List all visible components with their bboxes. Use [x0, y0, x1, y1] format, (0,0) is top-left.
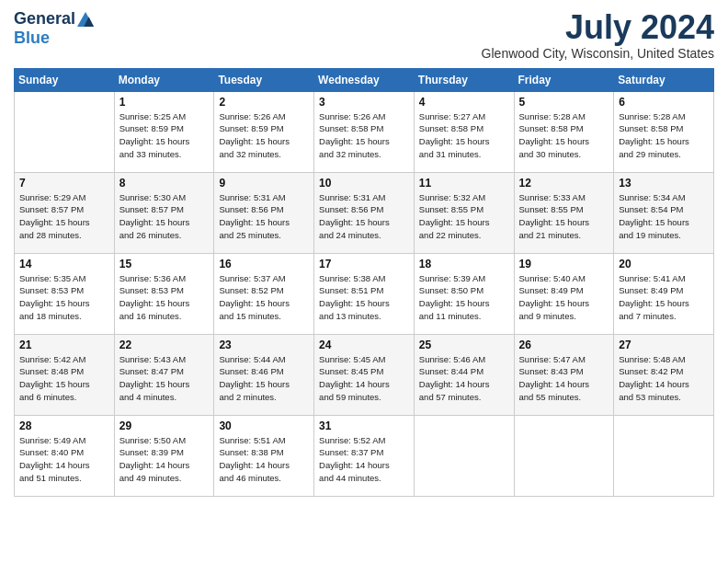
calendar-week-row: 1Sunrise: 5:25 AM Sunset: 8:59 PM Daylig…	[15, 91, 714, 172]
day-number: 24	[319, 339, 409, 351]
title-block: July 2024 Glenwood City, Wisconsin, Unit…	[482, 9, 714, 61]
day-info: Sunrise: 5:29 AM Sunset: 8:57 PM Dayligh…	[19, 191, 109, 242]
day-number: 25	[419, 339, 509, 351]
day-info: Sunrise: 5:39 AM Sunset: 8:50 PM Dayligh…	[419, 272, 509, 323]
month-title: July 2024	[482, 9, 714, 46]
day-number: 10	[319, 177, 409, 190]
day-number: 8	[119, 177, 210, 190]
day-info: Sunrise: 5:48 AM Sunset: 8:42 PM Dayligh…	[619, 353, 709, 404]
calendar-cell: 10Sunrise: 5:31 AM Sunset: 8:56 PM Dayli…	[314, 172, 415, 253]
calendar-cell	[614, 415, 714, 496]
day-number: 26	[519, 339, 609, 351]
calendar-cell: 24Sunrise: 5:45 AM Sunset: 8:45 PM Dayli…	[314, 334, 415, 415]
day-info: Sunrise: 5:34 AM Sunset: 8:54 PM Dayligh…	[619, 191, 709, 242]
logo-icon	[77, 11, 94, 28]
calendar-header-saturday: Saturday	[614, 68, 714, 91]
calendar-cell: 16Sunrise: 5:37 AM Sunset: 8:52 PM Dayli…	[214, 253, 314, 334]
calendar-cell: 29Sunrise: 5:50 AM Sunset: 8:39 PM Dayli…	[114, 415, 214, 496]
day-number: 9	[219, 177, 309, 190]
day-number: 17	[319, 258, 409, 270]
day-info: Sunrise: 5:27 AM Sunset: 8:58 PM Dayligh…	[419, 110, 509, 161]
day-number: 5	[519, 96, 609, 109]
day-info: Sunrise: 5:33 AM Sunset: 8:55 PM Dayligh…	[519, 191, 609, 242]
day-number: 22	[119, 339, 210, 351]
day-number: 16	[219, 258, 309, 270]
calendar-cell: 23Sunrise: 5:44 AM Sunset: 8:46 PM Dayli…	[214, 334, 314, 415]
calendar-cell: 3Sunrise: 5:26 AM Sunset: 8:58 PM Daylig…	[314, 91, 415, 172]
day-info: Sunrise: 5:37 AM Sunset: 8:52 PM Dayligh…	[219, 272, 309, 323]
day-info: Sunrise: 5:35 AM Sunset: 8:53 PM Dayligh…	[19, 272, 109, 323]
calendar-cell: 7Sunrise: 5:29 AM Sunset: 8:57 PM Daylig…	[15, 172, 115, 253]
calendar-cell: 25Sunrise: 5:46 AM Sunset: 8:44 PM Dayli…	[414, 334, 514, 415]
day-info: Sunrise: 5:52 AM Sunset: 8:37 PM Dayligh…	[319, 434, 409, 485]
day-number: 28	[19, 419, 109, 432]
calendar-cell: 22Sunrise: 5:43 AM Sunset: 8:47 PM Dayli…	[114, 334, 214, 415]
day-number: 18	[419, 258, 509, 270]
calendar-cell: 28Sunrise: 5:49 AM Sunset: 8:40 PM Dayli…	[15, 415, 115, 496]
calendar-cell: 8Sunrise: 5:30 AM Sunset: 8:57 PM Daylig…	[114, 172, 214, 253]
logo-blue: Blue	[14, 29, 50, 47]
day-number: 2	[219, 96, 309, 109]
day-number: 3	[319, 96, 409, 109]
logo-general: General	[14, 9, 75, 29]
day-number: 27	[619, 339, 709, 351]
calendar-header-thursday: Thursday	[414, 68, 514, 91]
day-number: 19	[519, 258, 609, 270]
page-header: General Blue July 2024 Glenwood City, Wi…	[14, 9, 714, 61]
day-info: Sunrise: 5:25 AM Sunset: 8:59 PM Dayligh…	[119, 110, 210, 161]
calendar-cell: 18Sunrise: 5:39 AM Sunset: 8:50 PM Dayli…	[414, 253, 514, 334]
calendar-cell	[514, 415, 614, 496]
calendar-cell: 1Sunrise: 5:25 AM Sunset: 8:59 PM Daylig…	[114, 91, 214, 172]
day-number: 4	[419, 96, 509, 109]
day-number: 23	[219, 339, 309, 351]
day-number: 21	[19, 339, 109, 351]
day-info: Sunrise: 5:40 AM Sunset: 8:49 PM Dayligh…	[519, 272, 609, 323]
calendar-cell: 11Sunrise: 5:32 AM Sunset: 8:55 PM Dayli…	[414, 172, 514, 253]
day-info: Sunrise: 5:51 AM Sunset: 8:38 PM Dayligh…	[219, 434, 309, 485]
day-info: Sunrise: 5:44 AM Sunset: 8:46 PM Dayligh…	[219, 353, 309, 404]
day-info: Sunrise: 5:28 AM Sunset: 8:58 PM Dayligh…	[519, 110, 609, 161]
day-info: Sunrise: 5:36 AM Sunset: 8:53 PM Dayligh…	[119, 272, 210, 323]
day-number: 11	[419, 177, 509, 190]
calendar-cell: 30Sunrise: 5:51 AM Sunset: 8:38 PM Dayli…	[214, 415, 314, 496]
calendar-header-monday: Monday	[114, 68, 214, 91]
day-info: Sunrise: 5:46 AM Sunset: 8:44 PM Dayligh…	[419, 353, 509, 404]
day-info: Sunrise: 5:41 AM Sunset: 8:49 PM Dayligh…	[619, 272, 709, 323]
location: Glenwood City, Wisconsin, United States	[482, 46, 714, 61]
day-info: Sunrise: 5:31 AM Sunset: 8:56 PM Dayligh…	[219, 191, 309, 242]
day-info: Sunrise: 5:38 AM Sunset: 8:51 PM Dayligh…	[319, 272, 409, 323]
day-number: 30	[219, 419, 309, 432]
calendar-cell: 27Sunrise: 5:48 AM Sunset: 8:42 PM Dayli…	[614, 334, 714, 415]
calendar-header-row: SundayMondayTuesdayWednesdayThursdayFrid…	[15, 68, 714, 91]
day-number: 15	[119, 258, 210, 270]
day-number: 6	[619, 96, 709, 109]
calendar-cell: 6Sunrise: 5:28 AM Sunset: 8:58 PM Daylig…	[614, 91, 714, 172]
day-info: Sunrise: 5:28 AM Sunset: 8:58 PM Dayligh…	[619, 110, 709, 161]
day-number: 29	[119, 419, 210, 432]
day-info: Sunrise: 5:49 AM Sunset: 8:40 PM Dayligh…	[19, 434, 109, 485]
calendar-week-row: 14Sunrise: 5:35 AM Sunset: 8:53 PM Dayli…	[15, 253, 714, 334]
calendar-week-row: 7Sunrise: 5:29 AM Sunset: 8:57 PM Daylig…	[15, 172, 714, 253]
day-info: Sunrise: 5:30 AM Sunset: 8:57 PM Dayligh…	[119, 191, 210, 242]
day-info: Sunrise: 5:32 AM Sunset: 8:55 PM Dayligh…	[419, 191, 509, 242]
calendar-table: SundayMondayTuesdayWednesdayThursdayFrid…	[14, 68, 714, 497]
calendar-cell: 4Sunrise: 5:27 AM Sunset: 8:58 PM Daylig…	[414, 91, 514, 172]
day-number: 12	[519, 177, 609, 190]
calendar-week-row: 28Sunrise: 5:49 AM Sunset: 8:40 PM Dayli…	[15, 415, 714, 496]
day-info: Sunrise: 5:50 AM Sunset: 8:39 PM Dayligh…	[119, 434, 210, 485]
calendar-cell: 14Sunrise: 5:35 AM Sunset: 8:53 PM Dayli…	[15, 253, 115, 334]
calendar-cell: 15Sunrise: 5:36 AM Sunset: 8:53 PM Dayli…	[114, 253, 214, 334]
calendar-cell	[414, 415, 514, 496]
calendar-header-wednesday: Wednesday	[314, 68, 415, 91]
calendar-cell: 20Sunrise: 5:41 AM Sunset: 8:49 PM Dayli…	[614, 253, 714, 334]
calendar-cell: 2Sunrise: 5:26 AM Sunset: 8:59 PM Daylig…	[214, 91, 314, 172]
day-number: 31	[319, 419, 409, 432]
calendar-header-tuesday: Tuesday	[214, 68, 314, 91]
day-info: Sunrise: 5:45 AM Sunset: 8:45 PM Dayligh…	[319, 353, 409, 404]
day-number: 13	[619, 177, 709, 190]
day-number: 1	[119, 96, 210, 109]
day-number: 20	[619, 258, 709, 270]
day-info: Sunrise: 5:26 AM Sunset: 8:58 PM Dayligh…	[319, 110, 409, 161]
day-info: Sunrise: 5:47 AM Sunset: 8:43 PM Dayligh…	[519, 353, 609, 404]
calendar-cell: 31Sunrise: 5:52 AM Sunset: 8:37 PM Dayli…	[314, 415, 415, 496]
